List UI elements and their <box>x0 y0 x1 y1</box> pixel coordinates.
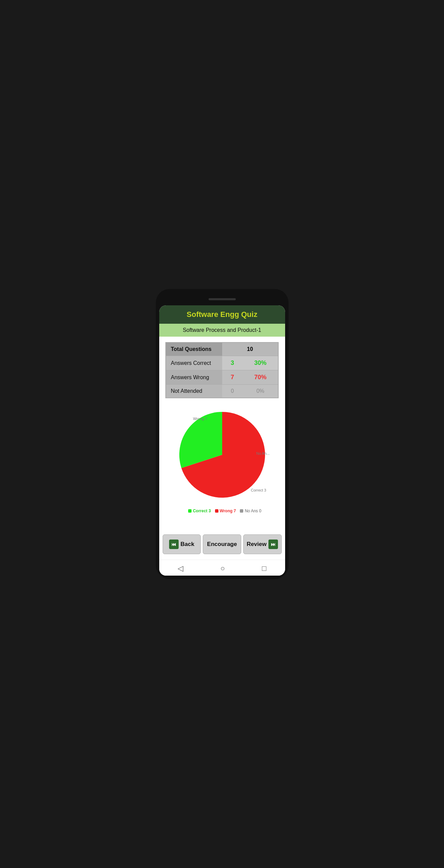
answers-wrong-pct: 70% <box>243 370 278 385</box>
app-title: Software Engg Quiz <box>163 310 282 319</box>
review-icon: ⏭ <box>268 540 278 549</box>
answers-correct-pct: 30% <box>243 356 278 370</box>
screen: Software Engg Quiz Software Process and … <box>159 305 285 576</box>
status-bar <box>159 296 285 303</box>
not-attended-row: Not Attended 0 0% <box>166 385 278 398</box>
chart-area: Wrong 7 No An... Correct 3 Correct 3 Wro… <box>159 404 285 519</box>
back-button[interactable]: ⏮ Back <box>163 534 201 554</box>
noan-pie-label: No An... <box>256 451 269 455</box>
answers-correct-row: Answers Correct 3 30% <box>166 356 278 370</box>
stats-table: Total Questions 10 Answers Correct 3 30%… <box>165 342 279 398</box>
legend-wrong: Wrong 7 <box>215 509 236 513</box>
spacer <box>159 519 285 529</box>
total-questions-row: Total Questions 10 <box>166 342 278 356</box>
total-questions-value: 10 <box>222 342 279 356</box>
back-nav-icon[interactable]: ◁ <box>178 564 183 573</box>
answers-wrong-label: Answers Wrong <box>166 370 222 385</box>
legend-correct-label: Correct 3 <box>193 509 211 513</box>
legend-noan-label: No Ans 0 <box>245 509 261 513</box>
encourage-button[interactable]: Encourage <box>203 534 241 554</box>
phone-frame: Software Engg Quiz Software Process and … <box>156 289 289 579</box>
legend-wrong-dot <box>215 509 218 513</box>
pie-chart: Wrong 7 No An... Correct 3 <box>175 407 270 502</box>
answers-correct-count: 3 <box>222 356 243 370</box>
not-attended-pct: 0% <box>243 385 278 398</box>
answers-wrong-row: Answers Wrong 7 70% <box>166 370 278 385</box>
legend-noan-dot <box>240 509 243 513</box>
legend-correct-dot <box>188 509 192 513</box>
answers-wrong-count: 7 <box>222 370 243 385</box>
answers-correct-label: Answers Correct <box>166 356 222 370</box>
notch <box>209 298 236 300</box>
home-nav-icon[interactable]: ○ <box>220 564 225 573</box>
recent-nav-icon[interactable]: □ <box>262 564 266 573</box>
legend-correct: Correct 3 <box>188 509 211 513</box>
bottom-buttons: ⏮ Back Encourage Review ⏭ <box>159 529 285 560</box>
review-button[interactable]: Review ⏭ <box>243 534 282 554</box>
nav-bar: ◁ ○ □ <box>159 560 285 576</box>
legend-noan: No Ans 0 <box>240 509 261 513</box>
back-icon: ⏮ <box>169 540 179 549</box>
total-questions-label: Total Questions <box>166 342 222 356</box>
quiz-subtitle: Software Process and Product-1 <box>163 327 282 333</box>
quiz-subtitle-bar: Software Process and Product-1 <box>159 324 285 337</box>
correct-pie-label: Correct 3 <box>251 488 266 492</box>
wrong-pie-label: Wrong 7 <box>193 417 207 421</box>
chart-legend: Correct 3 Wrong 7 No Ans 0 <box>183 509 261 513</box>
not-attended-count: 0 <box>222 385 243 398</box>
not-attended-label: Not Attended <box>166 385 222 398</box>
app-header: Software Engg Quiz <box>159 305 285 324</box>
legend-wrong-label: Wrong 7 <box>220 509 236 513</box>
